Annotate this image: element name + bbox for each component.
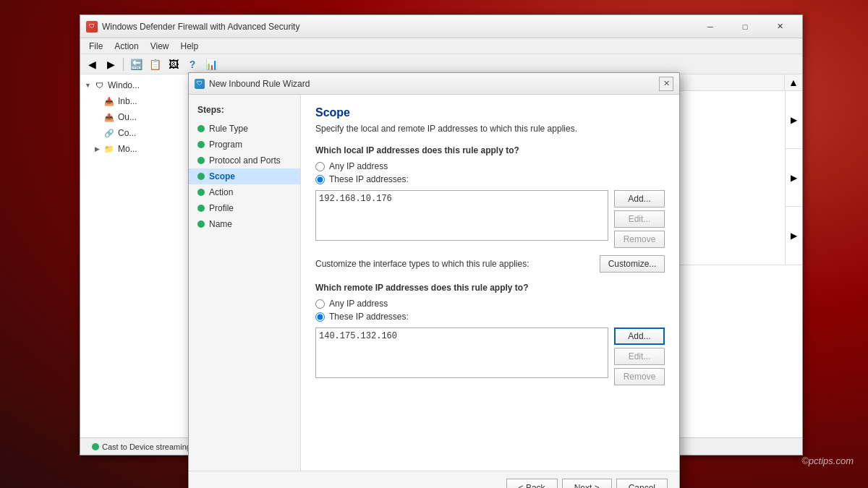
local-section-heading: Which local IP addresses does this rule … (315, 145, 665, 155)
wizard-icon: 🛡 (195, 79, 205, 89)
back-button[interactable]: < Back (506, 479, 558, 488)
wizard-main-content: Scope Specify the local and remote IP ad… (301, 95, 679, 471)
local-ip-box-row: 192.168.10.176 Add... Edit... Remove (315, 190, 665, 248)
remote-radio-these-label: These IP addresses: (329, 312, 409, 322)
step-label-protocol: Protocol and Ports (209, 155, 281, 166)
local-remove-button[interactable]: Remove (614, 231, 665, 248)
wizard-page-desc: Specify the local and remote IP addresse… (315, 124, 665, 134)
step-action[interactable]: Action (189, 184, 300, 200)
cancel-button[interactable]: Cancel (616, 479, 668, 488)
wizard-footer: < Back Next > Cancel (189, 471, 679, 488)
local-radio-these-input[interactable] (315, 175, 325, 184)
local-radio-any-label: Any IP address (329, 161, 388, 171)
step-protocol-ports[interactable]: Protocol and Ports (189, 153, 300, 168)
step-profile[interactable]: Profile (189, 200, 300, 216)
step-dot-rule-type (197, 125, 205, 132)
remote-radio-these-input[interactable] (315, 312, 325, 322)
remote-ip-box-row: 140.175.132.160 Add... Edit... Remove (315, 328, 665, 385)
local-radio-these-label: These IP addresses: (329, 174, 409, 184)
remote-radio-any-input[interactable] (315, 299, 325, 309)
local-ip-buttons: Add... Edit... Remove (614, 190, 665, 248)
local-radio-any-input[interactable] (315, 162, 325, 171)
wizard-close-button[interactable]: ✕ (659, 77, 673, 91)
step-name[interactable]: Name (189, 216, 300, 232)
remote-remove-button[interactable]: Remove (614, 368, 665, 385)
wizard-titlebar: 🛡 New Inbound Rule Wizard ✕ (189, 73, 679, 95)
local-radio-group: Any IP address These IP addresses: (315, 161, 665, 184)
step-label-action: Action (209, 187, 233, 197)
remote-edit-button[interactable]: Edit... (614, 348, 665, 365)
next-button[interactable]: Next > (562, 479, 612, 488)
wizard-title: New Inbound Rule Wizard (209, 79, 659, 89)
remote-ip-textarea[interactable]: 140.175.132.160 (315, 328, 608, 378)
step-scope[interactable]: Scope (189, 168, 300, 184)
step-dot-scope (197, 173, 205, 180)
step-dot-protocol (197, 157, 205, 164)
local-edit-button[interactable]: Edit... (614, 210, 665, 228)
remote-radio-group: Any IP address These IP addresses: (315, 299, 665, 322)
remote-add-button[interactable]: Add... (614, 328, 665, 345)
remote-section-heading: Which remote IP addresses does this rule… (315, 283, 665, 293)
step-label-profile: Profile (209, 203, 234, 213)
customize-label: Customize the interface types to which t… (315, 259, 529, 269)
local-radio-any[interactable]: Any IP address (315, 161, 665, 171)
local-radio-these[interactable]: These IP addresses: (315, 174, 665, 184)
remote-radio-these[interactable]: These IP addresses: (315, 312, 665, 322)
wizard-dialog: 🛡 New Inbound Rule Wizard ✕ Steps: Rule … (188, 72, 680, 488)
step-label-rule-type: Rule Type (209, 124, 248, 134)
local-add-button[interactable]: Add... (614, 190, 665, 207)
step-dot-profile (197, 205, 205, 212)
remote-ip-buttons: Add... Edit... Remove (614, 328, 665, 385)
step-dot-action (197, 189, 205, 196)
wizard-overlay: 🛡 New Inbound Rule Wizard ✕ Steps: Rule … (0, 0, 868, 488)
local-ip-textarea[interactable]: 192.168.10.176 (315, 190, 608, 241)
steps-title: Steps: (189, 102, 300, 121)
step-program[interactable]: Program (189, 137, 300, 153)
step-label-program: Program (209, 140, 242, 150)
copyright-text: ©pctips.com (801, 455, 854, 466)
step-rule-type[interactable]: Rule Type (189, 121, 300, 137)
customize-button[interactable]: Customize... (600, 255, 665, 273)
customize-row: Customize the interface types to which t… (315, 255, 665, 273)
remote-radio-any[interactable]: Any IP address (315, 299, 665, 309)
wizard-body: Steps: Rule Type Program Protocol and Po… (189, 95, 679, 471)
wizard-page-title: Scope (315, 106, 665, 119)
step-dot-name (197, 221, 205, 228)
step-label-scope: Scope (209, 171, 235, 181)
steps-panel: Steps: Rule Type Program Protocol and Po… (189, 95, 301, 471)
step-label-name: Name (209, 219, 232, 229)
remote-radio-any-label: Any IP address (329, 299, 388, 309)
step-dot-program (197, 141, 205, 148)
